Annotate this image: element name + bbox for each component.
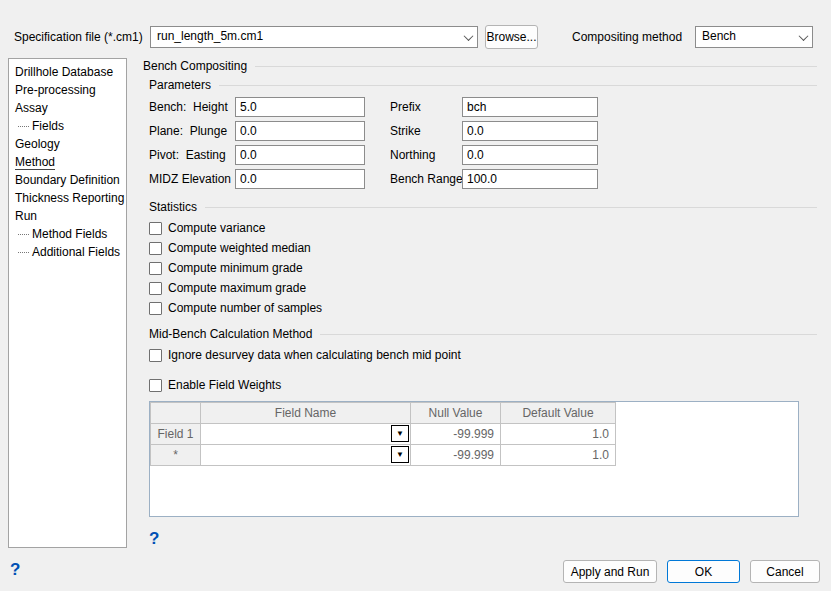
sidebar-item-assay[interactable]: Assay [15, 99, 126, 117]
sidebar-item-drillhole-database[interactable]: Drillhole Database [15, 63, 126, 81]
compute-variance-checkbox[interactable] [149, 222, 162, 235]
northing-input[interactable] [462, 145, 598, 165]
pivot-easting-label: Pivot: Easting [149, 148, 235, 162]
column-header-default-value: Default Value [501, 403, 616, 424]
compositing-method-label: Compositing method [572, 30, 682, 44]
bench-compositing-title: Bench Compositing [143, 59, 247, 73]
sidebar-item-method-fields[interactable]: Method Fields [15, 225, 126, 243]
plane-plunge-input[interactable] [235, 121, 365, 141]
mid-bench-section: Mid-Bench Calculation Method Ignore desu… [149, 326, 817, 365]
compute-weighted-median-label: Compute weighted median [168, 241, 311, 255]
field-name-cell[interactable]: ▼ [201, 445, 411, 466]
field-weights-section: Enable Field Weights [149, 375, 817, 395]
bench-height-input[interactable] [235, 97, 365, 117]
compute-maximum-grade-label: Compute maximum grade [168, 281, 306, 295]
checkbox-row-compute-variance[interactable]: Compute variance [149, 218, 817, 238]
row-header-field-1[interactable]: Field 1 [151, 424, 201, 445]
bench-height-label: Bench: Height [149, 100, 235, 114]
help-icon[interactable]: ? [149, 529, 159, 549]
midz-elevation-label: MIDZ Elevation [149, 172, 235, 186]
table-header-row: Field Name Null Value Default Value [151, 403, 616, 424]
ignore-desurvey-label: Ignore desurvey data when calculating be… [168, 348, 461, 362]
compute-number-of-samples-label: Compute number of samples [168, 301, 322, 315]
sidebar-item-boundary-definition[interactable]: Boundary Definition [15, 171, 126, 189]
compute-variance-label: Compute variance [168, 221, 265, 235]
checkbox-row-compute-minimum-grade[interactable]: Compute minimum grade [149, 258, 817, 278]
checkbox-row-enable-field-weights[interactable]: Enable Field Weights [149, 375, 817, 395]
bench-range-label: Bench Range [390, 172, 462, 186]
strike-input[interactable] [462, 121, 598, 141]
checkbox-row-compute-maximum-grade[interactable]: Compute maximum grade [149, 278, 817, 298]
mid-bench-group-header: Mid-Bench Calculation Method [149, 326, 817, 342]
dropdown-arrow-icon: ▼ [396, 451, 404, 459]
sidebar-item-additional-fields[interactable]: Additional Fields [15, 243, 126, 261]
param-row-bench: Bench: Height Prefix [149, 95, 817, 119]
checkbox-row-compute-number-of-samples[interactable]: Compute number of samples [149, 298, 817, 318]
top-bar: Specification file (*.cm1) run_length_5m… [0, 0, 831, 56]
specification-file-value: run_length_5m.cm1 [151, 27, 459, 47]
param-row-plane: Plane: Plunge Strike [149, 119, 817, 143]
enable-field-weights-checkbox[interactable] [149, 379, 162, 392]
field-weights-table: Field Name Null Value Default Value Fiel… [150, 402, 616, 466]
param-row-midz: MIDZ Elevation Bench Range [149, 167, 817, 191]
null-value-cell[interactable]: -99.999 [411, 424, 501, 445]
param-row-pivot: Pivot: Easting Northing [149, 143, 817, 167]
field-name-dropdown-button[interactable]: ▼ [391, 425, 409, 442]
bench-range-input[interactable] [462, 169, 598, 189]
enable-field-weights-label: Enable Field Weights [168, 378, 281, 392]
null-value-cell[interactable]: -99.999 [411, 445, 501, 466]
compute-number-of-samples-checkbox[interactable] [149, 302, 162, 315]
row-header-asterisk[interactable]: * [151, 445, 201, 466]
parameters-section: Parameters Bench: Height Prefix Plane: P… [149, 77, 817, 191]
chevron-down-icon [794, 27, 812, 47]
ignore-desurvey-checkbox[interactable] [149, 349, 162, 362]
field-name-cell[interactable]: ▼ [201, 424, 411, 445]
column-header-field-name: Field Name [201, 403, 411, 424]
northing-label: Northing [390, 148, 462, 162]
bench-compositing-group-header: Bench Compositing [143, 58, 817, 74]
bench-compositing-panel: Bench Compositing Parameters Bench: Heig… [137, 58, 817, 550]
specification-file-label: Specification file (*.cm1) [14, 30, 143, 44]
parameters-title: Parameters [149, 78, 211, 92]
checkbox-row-ignore-desurvey[interactable]: Ignore desurvey data when calculating be… [149, 345, 817, 365]
field-name-dropdown-button[interactable]: ▼ [391, 446, 409, 463]
corner-header-cell [151, 403, 201, 424]
compute-maximum-grade-checkbox[interactable] [149, 282, 162, 295]
compositing-method-combobox[interactable]: Bench [695, 26, 813, 48]
compute-weighted-median-checkbox[interactable] [149, 242, 162, 255]
pivot-easting-input[interactable] [235, 145, 365, 165]
navigation-tree: Drillhole Database Pre-processing Assay … [8, 58, 127, 548]
checkbox-row-compute-weighted-median[interactable]: Compute weighted median [149, 238, 817, 258]
statistics-group-header: Statistics [149, 199, 817, 215]
compute-minimum-grade-label: Compute minimum grade [168, 261, 303, 275]
default-value-cell[interactable]: 1.0 [501, 424, 616, 445]
strike-label: Strike [390, 124, 462, 138]
browse-button[interactable]: Browse... [485, 25, 538, 49]
table-row: * ▼ -99.999 1.0 [151, 445, 616, 466]
prefix-input[interactable] [462, 97, 598, 117]
specification-file-combobox[interactable]: run_length_5m.cm1 [150, 26, 478, 48]
dropdown-arrow-icon: ▼ [396, 430, 404, 438]
mid-bench-title: Mid-Bench Calculation Method [149, 327, 312, 341]
sidebar-item-method[interactable]: Method [15, 153, 126, 171]
compositing-method-value: Bench [696, 27, 794, 47]
field-weights-grid-container: Field Name Null Value Default Value Fiel… [149, 401, 799, 517]
sidebar-item-fields[interactable]: Fields [15, 117, 126, 135]
compute-minimum-grade-checkbox[interactable] [149, 262, 162, 275]
parameters-group-header: Parameters [149, 77, 817, 93]
help-icon[interactable]: ? [10, 560, 20, 580]
statistics-title: Statistics [149, 200, 197, 214]
apply-and-run-button[interactable]: Apply and Run [563, 560, 657, 583]
midz-elevation-input[interactable] [235, 169, 365, 189]
plane-plunge-label: Plane: Plunge [149, 124, 235, 138]
sidebar-item-run[interactable]: Run [15, 207, 126, 225]
default-value-cell[interactable]: 1.0 [501, 445, 616, 466]
sidebar-item-pre-processing[interactable]: Pre-processing [15, 81, 126, 99]
sidebar-item-thickness-reporting[interactable]: Thickness Reporting [15, 189, 126, 207]
cancel-button[interactable]: Cancel [750, 560, 820, 583]
table-row: Field 1 ▼ -99.999 1.0 [151, 424, 616, 445]
statistics-section: Statistics Compute variance Compute weig… [149, 199, 817, 318]
sidebar-item-geology[interactable]: Geology [15, 135, 126, 153]
chevron-down-icon [459, 27, 477, 47]
ok-button[interactable]: OK [667, 560, 740, 583]
